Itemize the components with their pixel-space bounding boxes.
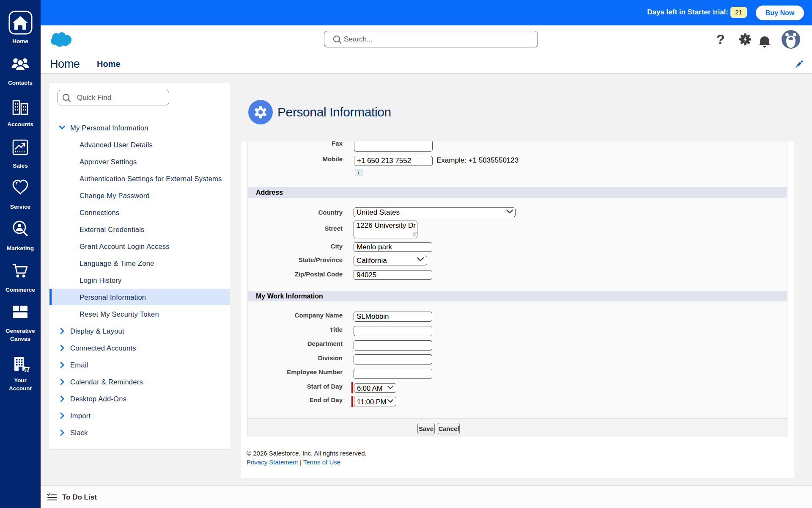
svg-text:?: ? [716,32,725,47]
